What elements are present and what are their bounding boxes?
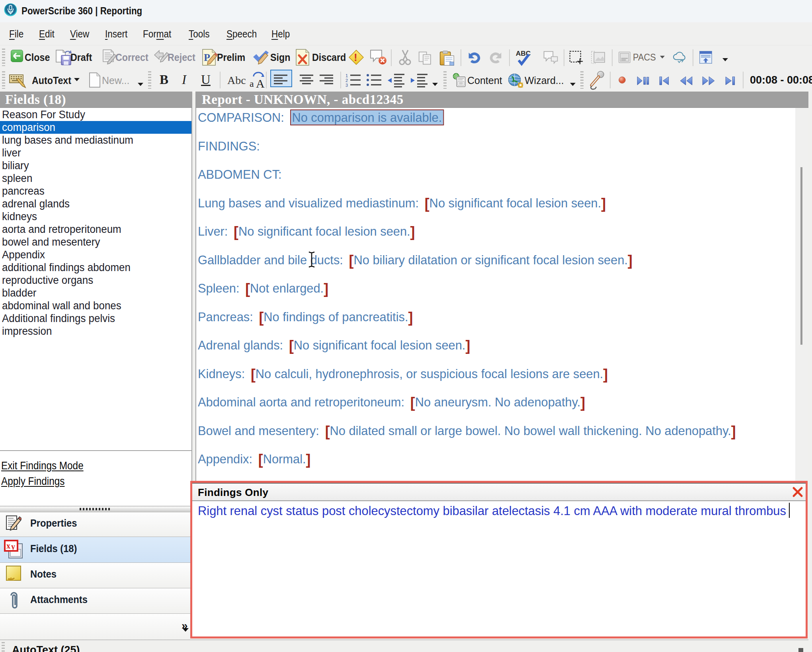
svg-text:y: y — [11, 542, 15, 551]
svg-text:3: 3 — [345, 83, 348, 88]
svg-text:A: A — [256, 77, 265, 89]
svg-text:2: 2 — [345, 78, 348, 83]
svg-text:1: 1 — [345, 73, 348, 78]
svg-text:!: ! — [354, 51, 357, 63]
svg-text:a: a — [250, 78, 254, 89]
svg-text:x: x — [6, 541, 10, 550]
